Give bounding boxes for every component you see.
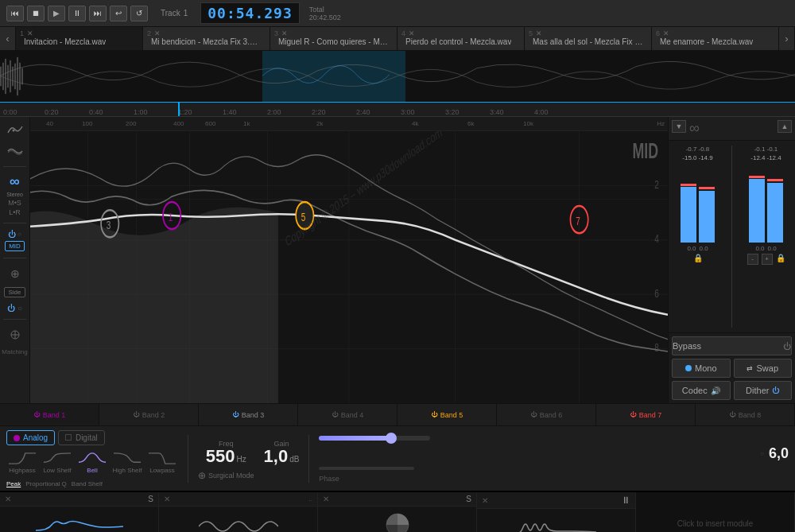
meter-left-lock-icon[interactable]: 🔒 [693,254,703,262]
lowshelf-shape[interactable]: Low Shelf [41,452,73,474]
meter-expand-btn[interactable]: ▼ [672,120,686,133]
svg-rect-4 [10,60,11,92]
track-1-close[interactable]: ✕ [27,29,33,37]
waveform-svg [0,51,795,102]
track-6-close[interactable]: ✕ [663,29,669,37]
side-badge[interactable]: Side [4,287,25,297]
bypass-label: Bypass [673,341,701,351]
track-5-close[interactable]: ✕ [536,29,542,37]
timeline[interactable]: 0:00 0:20 0:40 1:00 1:20 1:40 2:00 2:20 … [0,103,795,117]
track-tab-2[interactable]: 2 ✕ Mi bendicion - Mezcla Fix 3.wav [143,27,270,50]
sidebar-divider-4 [3,319,27,320]
track-tab-3[interactable]: 3 ✕ Miguel R - Como quieres - Mix (Or... [270,27,398,50]
freq-600: 600 [205,120,215,127]
freq-400: 400 [173,120,184,127]
track-tab-6[interactable]: 6 ✕ Me enamore - Mezcla.wav [652,27,779,50]
track-tab-5[interactable]: 5 ✕ Mas alla del sol - Mezcla Fix 2 (Ta.… [525,27,652,50]
eq-display[interactable]: 40 100 200 400 600 1k 2k 4k 6k 10k Hz 2 [30,117,668,403]
equalizer-module-header: ✕ S [0,492,158,507]
loop-button[interactable]: ↩ [110,6,127,21]
band-tab-1[interactable]: ⏻ Band 1 [0,404,99,425]
q-slider-thumb[interactable] [386,433,397,444]
rewind-button[interactable]: ⏮ [6,6,24,21]
equalizer-module[interactable]: ✕ S ⏻ Equalizer [0,492,159,532]
tick-220: 2:20 [312,108,326,116]
play-button[interactable]: ▶ [48,6,65,21]
track-prev-button[interactable]: ‹ [0,27,16,50]
stop-button[interactable]: ⏹ [27,6,45,21]
sidebar-matching-icon[interactable] [5,326,25,344]
meter-minus-btn[interactable]: - [747,254,758,265]
band-tab-4[interactable]: ⏻ Band 4 [298,404,398,425]
mono-button[interactable]: Mono [672,359,731,378]
settings-icon[interactable]: ○ [17,304,22,313]
phase-slider[interactable] [319,467,414,470]
band-shelf-btn[interactable]: Band Shelf [72,480,103,487]
track-3-close[interactable]: ✕ [281,29,288,37]
maximizer-module[interactable]: ✕ ⏸ ⏻ Maximizer [477,492,636,532]
band-tab-2[interactable]: ⏻ Band 2 [99,404,199,425]
power-icon-side[interactable]: ⏻ [7,304,15,313]
waveform-container[interactable] [0,51,795,103]
highpass-shape[interactable]: Highpass [6,452,38,474]
surgical-mode-btn[interactable]: ⊕ Surgical Mode [198,470,254,481]
codec-button[interactable]: Codec 🔊 [672,381,731,400]
imager-module[interactable]: ✕ S ⏻ Imager [318,492,477,532]
track-5-number: 5 [529,29,533,37]
insert-slot[interactable]: Click to insert module [636,492,795,532]
analog-button[interactable]: Analog [6,430,55,445]
meter-up-btn[interactable]: ▲ [778,120,792,133]
track-2-close[interactable]: ✕ [154,29,161,37]
band-tab-6[interactable]: ⏻ Band 6 [497,404,596,425]
meter-plus-btn[interactable]: + [762,254,773,265]
band-tab-5[interactable]: ⏻ Band 5 [398,404,497,425]
peak-btn[interactable]: Peak [6,480,21,487]
q-slider[interactable] [319,436,430,441]
track-tab-1[interactable]: 1 ✕ Invitacion - Mezcla.wav [16,27,143,50]
meter-right-bar-2 [767,163,783,243]
meter-right-lock-icon[interactable]: 🔒 [776,254,785,265]
lowpass-shape[interactable]: Lowpass [146,452,178,474]
maximizer-pause-icon[interactable]: ⏸ [621,495,630,506]
highshelf-shape[interactable]: High Shelf [111,452,143,474]
filter-sub-btns: Peak Proportional Q Band Shelf [6,480,178,487]
next-button[interactable]: ⏭ [89,6,107,21]
maximizer-close-icon[interactable]: ✕ [482,496,488,505]
svg-rect-1 [2,63,4,90]
dither-button[interactable]: Dither ⏻ [734,381,793,400]
band-tabs: ⏻ Band 1 ⏻ Band 2 ⏻ Band 3 ⏻ Band 4 ⏻ Ba… [0,404,795,426]
proportional-q-btn[interactable]: Proportional Q [25,480,67,487]
track-tab-4[interactable]: 4 ✕ Pierdo el control - Mezcla.wav [398,27,525,50]
sidebar-wave-icon[interactable] [5,142,25,160]
track-next-button[interactable]: › [779,27,795,50]
exciter-module[interactable]: ✕ .. ⏻ Exciter [159,492,318,532]
mono-dot-icon [685,365,692,371]
bell-shape[interactable]: Bell [76,452,108,474]
swap-button[interactable]: ⇄ Swap [734,359,793,378]
equalizer-close-icon[interactable]: ✕ [5,495,11,503]
repeat-button[interactable]: ↺ [130,6,148,21]
band-controls: ⏻ Band 1 ⏻ Band 2 ⏻ Band 3 ⏻ Band 4 ⏻ Ba… [0,403,795,491]
exciter-close-icon[interactable]: ✕ [164,495,170,503]
mid-badge[interactable]: MID [5,241,25,251]
band-tab-3[interactable]: ⏻ Band 3 [199,404,298,425]
eq-svg: 2 4 6 8 [30,131,668,403]
maximizer-module-header: ✕ ⏸ [477,492,635,509]
timeline-cursor [178,103,180,116]
pause-button[interactable]: ⏸ [68,6,86,21]
svg-rect-3 [7,65,9,88]
track-4-close[interactable]: ✕ [409,29,415,37]
band-tab-7[interactable]: ⏻ Band 7 [596,404,696,425]
bypass-button[interactable]: Bypass ⏻ [672,336,792,355]
freq-display: Freq 550 Hz ⊕ Surgical Mode [198,440,254,481]
band-tab-8[interactable]: ⏻ Band 8 [696,404,795,425]
highpass-label: Highpass [9,467,35,474]
track-5-name: Mas alla del sol - Mezcla Fix 2 (Ta... [533,37,643,46]
power-icon-mid[interactable]: ⏻ [8,230,16,239]
sidebar-node-icon[interactable]: ⊕ [5,265,25,282]
band-2-power-icon: ⏻ [133,411,139,418]
imager-close-icon[interactable]: ✕ [323,495,329,503]
meter-right-bottom-2: 0.0 [768,245,777,252]
digital-button[interactable]: Digital [58,430,105,445]
sidebar-curve-icon[interactable] [5,120,25,138]
